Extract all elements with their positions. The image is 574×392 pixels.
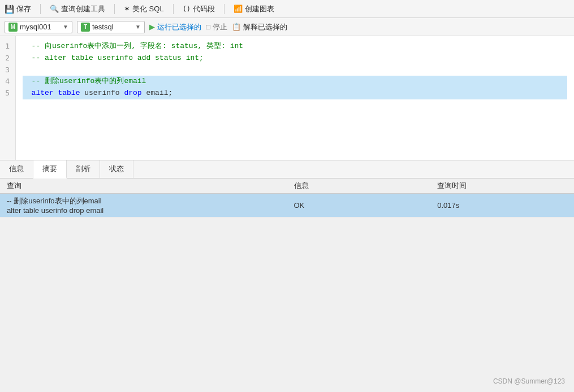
line-num-2: 2 <box>2 53 13 64</box>
divider-3 <box>173 4 174 14</box>
code-button[interactable]: 代码段 <box>183 4 215 14</box>
db-instance-select[interactable]: M mysql001 ▼ <box>5 21 72 33</box>
query-line-1: -- 删除userinfo表中的列email <box>7 196 280 206</box>
beautify-icon: ✶ <box>124 5 130 13</box>
tab-status[interactable]: 状态 <box>100 160 133 178</box>
query-create-label: 查询创建工具 <box>61 4 105 14</box>
db-name-icon: T <box>81 23 90 32</box>
db-name-arrow: ▼ <box>135 24 141 30</box>
db-instance-arrow: ▼ <box>63 24 68 30</box>
explain-icon: 📋 <box>232 23 241 31</box>
code-line-1: -- 向userinfo表中添加一列, 字段名: status, 类型: int <box>23 41 567 53</box>
line-num-1: 1 <box>2 41 13 53</box>
tab-profile[interactable]: 剖析 <box>67 160 100 178</box>
tab-summary-label: 摘要 <box>42 164 57 173</box>
beautify-label: 美化 SQL <box>132 4 164 14</box>
results-table-header: 查询 信息 查询时间 <box>0 178 574 194</box>
tab-info-label: 信息 <box>9 164 24 173</box>
results-table: 查询 信息 查询时间 -- 删除userinfo表中的列email alter … <box>0 178 574 217</box>
code-icon <box>183 5 191 13</box>
code-line-2: -- alter table userinfo add status int; <box>23 53 567 64</box>
query-icon <box>50 5 59 13</box>
save-icon <box>5 5 14 14</box>
db-name-value: testsql <box>92 23 114 31</box>
tabs-bar: 信息 摘要 剖析 状态 <box>0 160 574 178</box>
tab-status-label: 状态 <box>109 164 124 173</box>
run-label: 运行已选择的 <box>157 22 201 32</box>
line-num-5: 5 <box>2 88 13 99</box>
create-chart-label: 创建图表 <box>245 4 274 14</box>
code-label: 代码段 <box>193 4 215 14</box>
stop-label: 停止 <box>213 22 227 32</box>
code-line-4: -- 删除userinfo表中的列email <box>23 76 567 88</box>
tab-summary[interactable]: 摘要 <box>33 160 67 178</box>
code-line-3 <box>23 64 567 76</box>
col-header-time: 查询时间 <box>430 178 574 194</box>
query-line-2: alter table userinfo drop email <box>7 206 280 215</box>
divider-4 <box>224 4 225 14</box>
chart-icon: 📶 <box>234 5 243 13</box>
cell-time: 0.017s <box>430 194 574 217</box>
table-row[interactable]: -- 删除userinfo表中的列email alter table useri… <box>0 194 574 217</box>
beautify-button[interactable]: ✶ 美化 SQL <box>124 4 164 14</box>
col-header-info: 信息 <box>287 178 431 194</box>
bottom-panel: 信息 摘要 剖析 状态 查询 信息 查询时间 -- 删除userinfo表中的列… <box>0 160 574 217</box>
db-instance-value: mysql001 <box>20 23 51 31</box>
run-icon: ▶ <box>149 23 155 31</box>
cell-query: -- 删除userinfo表中的列email alter table useri… <box>0 194 287 217</box>
connection-bar: M mysql001 ▼ T testsql ▼ ▶ 运行已选择的 □ 停止 📋… <box>0 18 574 36</box>
run-button[interactable]: ▶ 运行已选择的 <box>149 22 201 32</box>
editor-area: 1 2 3 4 5 -- 向userinfo表中添加一列, 字段名: statu… <box>0 36 574 160</box>
code-editor[interactable]: -- 向userinfo表中添加一列, 字段名: status, 类型: int… <box>16 36 574 160</box>
save-label: 保存 <box>16 4 31 14</box>
db-instance-icon: M <box>8 23 18 32</box>
col-header-query: 查询 <box>0 178 287 194</box>
main-toolbar: 保存 查询创建工具 ✶ 美化 SQL 代码段 📶 创建图表 <box>0 0 574 18</box>
line-num-4: 4 <box>2 76 13 88</box>
tab-profile-label: 剖析 <box>76 164 90 173</box>
cell-info: OK <box>287 194 431 217</box>
code-line-5: alter table userinfo drop email; <box>23 88 567 99</box>
divider-2 <box>114 4 115 14</box>
line-numbers: 1 2 3 4 5 <box>0 36 16 160</box>
explain-label: 解释已选择的 <box>243 22 287 32</box>
query-create-button[interactable]: 查询创建工具 <box>50 4 105 14</box>
explain-button[interactable]: 📋 解释已选择的 <box>232 22 287 32</box>
results-table-body: -- 删除userinfo表中的列email alter table useri… <box>0 194 574 217</box>
create-chart-button[interactable]: 📶 创建图表 <box>234 4 274 14</box>
stop-icon: □ <box>206 23 210 31</box>
tab-info[interactable]: 信息 <box>0 160 33 178</box>
line-num-3: 3 <box>2 64 13 76</box>
stop-button[interactable]: □ 停止 <box>206 22 227 32</box>
divider-1 <box>40 4 41 14</box>
db-name-select[interactable]: T testsql ▼ <box>77 21 145 33</box>
save-button[interactable]: 保存 <box>5 4 31 14</box>
